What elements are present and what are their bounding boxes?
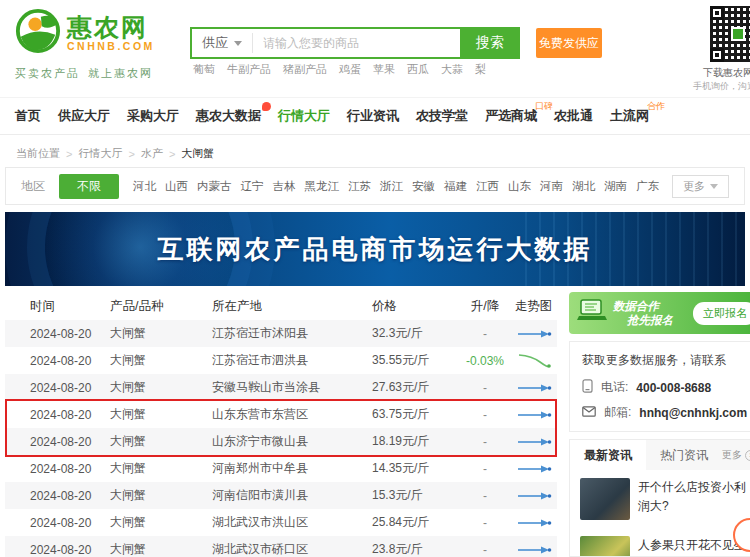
- nav-agri-school[interactable]: 农技学堂: [416, 107, 468, 125]
- row-product: 大闸蟹: [110, 406, 212, 423]
- col-time: 时间: [5, 298, 110, 315]
- row-price: 18.19元/斤: [372, 433, 460, 450]
- row-product: 大闸蟹: [110, 352, 212, 369]
- row-price: 32.3元/斤: [372, 325, 460, 342]
- province[interactable]: 河南: [540, 179, 563, 194]
- trend-flat-icon: [510, 382, 557, 394]
- row-date: 2024-08-20: [5, 435, 110, 449]
- province[interactable]: 山西: [165, 179, 188, 194]
- row-price: 25.84元/斤: [372, 514, 460, 531]
- qr-caption-1: 下载惠农网APP: [678, 66, 750, 80]
- row-change: -: [460, 408, 510, 422]
- nav-select-mall[interactable]: 严选商城口碑: [485, 107, 537, 125]
- hot-word[interactable]: 猪副产品: [283, 62, 327, 77]
- app-qr-block: 下载惠农网APP 手机询价，沟通更方便: [678, 6, 750, 93]
- province[interactable]: 山东: [508, 179, 531, 194]
- region-all-button[interactable]: 不限: [59, 174, 119, 199]
- table-row[interactable]: 2024-08-20 大闸蟹 河南信阳市潢川县 15.3元/斤 -: [5, 482, 557, 509]
- nav-supply-hall[interactable]: 供应大厅: [58, 107, 110, 125]
- province[interactable]: 福建: [444, 179, 467, 194]
- province[interactable]: 湖南: [604, 179, 627, 194]
- circle-arrow-icon: ›: [745, 450, 750, 461]
- table-row[interactable]: 2024-08-20 大闸蟹 河南郑州市中牟县 14.35元/斤 -: [5, 455, 557, 482]
- trend-flat-icon: [510, 463, 557, 475]
- table-row[interactable]: 2024-08-20 大闸蟹 湖北武汉市洪山区 25.84元/斤 -: [5, 509, 557, 536]
- row-origin: 山东东营市东营区: [212, 406, 372, 423]
- signup-button[interactable]: 立即报名: [693, 302, 750, 325]
- data-coop-banner[interactable]: 数据合作 抢先报名 立即报名: [569, 292, 750, 334]
- hot-word[interactable]: 鸡蛋: [339, 62, 361, 77]
- nav-purchase-hall[interactable]: 采购大厅: [127, 107, 179, 125]
- region-filter: 地区 不限 河北 山西 内蒙古 辽宁 吉林 黑龙江 江苏 浙江 安徽 福建 江西…: [5, 167, 745, 205]
- search-box: 供应 搜索: [190, 27, 520, 59]
- province[interactable]: 河北: [133, 179, 156, 194]
- table-row[interactable]: 2024-08-20 大闸蟹 安徽马鞍山市当涂县 27.63元/斤 -: [5, 374, 557, 401]
- province[interactable]: 黑龙江: [305, 179, 340, 194]
- search-category-dropdown[interactable]: 供应: [192, 33, 253, 53]
- row-change: -: [460, 516, 510, 530]
- province[interactable]: 吉林: [273, 179, 296, 194]
- hot-word[interactable]: 苹果: [373, 62, 395, 77]
- search-input[interactable]: [253, 36, 460, 50]
- breadcrumb-aquatic[interactable]: 水产: [141, 146, 163, 161]
- trend-flat-icon: [510, 436, 557, 448]
- region-more-button[interactable]: 更多: [672, 175, 729, 198]
- table-row-highlighted[interactable]: 2024-08-20 大闸蟹 山东东营市东营区 63.75元/斤 -: [5, 401, 557, 428]
- province[interactable]: 安徽: [412, 179, 435, 194]
- news-item[interactable]: 人参果只开花不见坐果是什么原因?: [570, 528, 750, 557]
- trend-flat-icon: [510, 544, 557, 556]
- hot-word[interactable]: 梨: [475, 62, 486, 77]
- news-card: 最新资讯 热门资讯 更多 › 开个什么店投资小利润大? 人参果只开花不见坐果是什…: [569, 439, 750, 557]
- row-change: -: [460, 327, 510, 341]
- nav-big-data[interactable]: 惠农大数据: [196, 107, 261, 125]
- hot-word[interactable]: 西瓜: [407, 62, 429, 77]
- table-header: 时间 产品/品种 所在产地 价格 升/降 走势图: [5, 292, 557, 320]
- promo-text: 数据合作 抢先报名: [613, 299, 673, 328]
- row-origin: 湖北武汉市洪山区: [212, 514, 372, 531]
- tab-hot-news[interactable]: 热门资讯: [646, 440, 722, 470]
- table-row[interactable]: 2024-08-20 大闸蟹 江苏宿迁市泗洪县 35.55元/斤 -0.03%: [5, 347, 557, 374]
- hot-word[interactable]: 大蒜: [441, 62, 463, 77]
- breadcrumb: 当前位置 > 行情大厅 > 水产 > 大闸蟹: [16, 146, 214, 161]
- trend-flat-icon: [510, 490, 557, 502]
- province[interactable]: 内蒙古: [197, 179, 232, 194]
- table-row[interactable]: 2024-08-20 大闸蟹 江苏宿迁市沭阳县 32.3元/斤 -: [5, 320, 557, 347]
- province-list: 河北 山西 内蒙古 辽宁 吉林 黑龙江 江苏 浙江 安徽 福建 江西 山东 河南…: [133, 179, 659, 194]
- row-origin: 江苏宿迁市泗洪县: [212, 352, 372, 369]
- hot-word[interactable]: 葡萄: [193, 62, 215, 77]
- nav-industry-news[interactable]: 行业资讯: [347, 107, 399, 125]
- table-row[interactable]: 2024-08-20 大闸蟹 湖北武汉市硚口区 23.8元/斤 -: [5, 536, 557, 557]
- site-name: 惠农网: [67, 14, 155, 40]
- search-button[interactable]: 搜索: [460, 27, 520, 59]
- province[interactable]: 浙江: [380, 179, 403, 194]
- province[interactable]: 湖北: [572, 179, 595, 194]
- row-date: 2024-08-20: [5, 354, 110, 368]
- post-supply-button[interactable]: 免费发供应: [536, 28, 602, 58]
- province[interactable]: 广东: [636, 179, 659, 194]
- breadcrumb-market-hall[interactable]: 行情大厅: [78, 146, 122, 161]
- hot-word[interactable]: 牛副产品: [227, 62, 271, 77]
- news-title: 开个什么店投资小利润大?: [638, 478, 750, 520]
- col-origin: 所在产地: [212, 298, 372, 315]
- province[interactable]: 江西: [476, 179, 499, 194]
- contact-phone-row: 电话: 400-008-8688: [582, 379, 750, 396]
- tab-latest-news[interactable]: 最新资讯: [570, 440, 646, 470]
- phone-number[interactable]: 400-008-8688: [636, 381, 711, 395]
- table-row-highlighted[interactable]: 2024-08-20 大闸蟹 山东济宁市微山县 18.19元/斤 -: [5, 428, 557, 455]
- price-table: 时间 产品/品种 所在产地 价格 升/降 走势图 2024-08-20 大闸蟹 …: [5, 292, 557, 557]
- site-domain: CNHNB.COM: [67, 40, 155, 52]
- nav-home[interactable]: 首页: [15, 107, 41, 125]
- nav-tuliu[interactable]: 土流网合作: [610, 107, 649, 125]
- news-item[interactable]: 开个什么店投资小利润大?: [570, 470, 750, 528]
- hot-search-words: 葡萄 牛副产品 猪副产品 鸡蛋 苹果 西瓜 大蒜 梨: [193, 62, 486, 77]
- main-content: 时间 产品/品种 所在产地 价格 升/降 走势图 2024-08-20 大闸蟹 …: [5, 292, 745, 557]
- logo[interactable]: 惠农网 CNHNB.COM 买卖农产品就上惠农网: [15, 8, 165, 81]
- phone-icon: [582, 379, 593, 396]
- nav-nongpitong[interactable]: 农批通: [554, 107, 593, 125]
- province[interactable]: 江苏: [348, 179, 371, 194]
- nav-market-hall[interactable]: 行情大厅: [278, 107, 330, 125]
- row-origin: 江苏宿迁市沭阳县: [212, 325, 372, 342]
- province[interactable]: 辽宁: [241, 179, 264, 194]
- email-address[interactable]: hnhq@cnhnkj.com: [639, 406, 747, 420]
- news-more-link[interactable]: 更多 ›: [722, 448, 750, 462]
